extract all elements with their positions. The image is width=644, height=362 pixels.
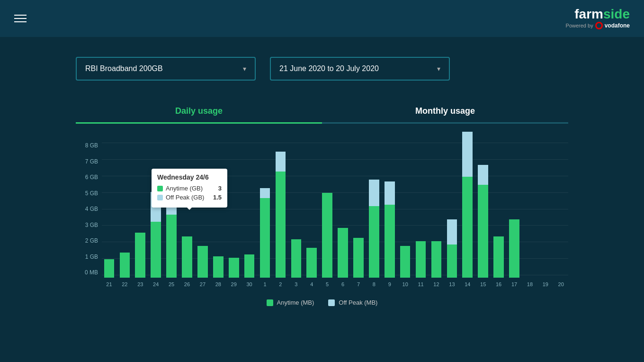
bar-anytime xyxy=(353,238,364,278)
bar-group[interactable]: 24 xyxy=(149,145,163,278)
bar-x-label: 6 xyxy=(336,281,350,287)
bar-group[interactable]: 23 xyxy=(133,145,148,278)
tooltip-offpeak-row: Off Peak (GB) 1.5 xyxy=(157,194,222,201)
bar-anytime xyxy=(244,254,255,278)
bar-group[interactable]: 1 xyxy=(258,145,272,278)
bars-row: 2122232425262728293012345678910111213141… xyxy=(102,145,568,278)
bar-group[interactable]: 21 xyxy=(102,145,116,278)
bar-offpeak xyxy=(276,152,286,172)
bar-group[interactable]: 19 xyxy=(538,145,553,278)
y-axis-label: 7 GB xyxy=(85,159,98,164)
chart-plot: 2122232425262728293012345678910111213141… xyxy=(102,143,568,290)
bar-group[interactable]: 10 xyxy=(398,145,412,278)
bar-group[interactable]: 29 xyxy=(226,145,241,278)
bar-group[interactable]: 5 xyxy=(320,145,335,278)
bar-x-label: 20 xyxy=(554,281,568,287)
tab-monthly[interactable]: Monthly usage xyxy=(322,100,568,123)
bar-x-label: 22 xyxy=(117,281,132,287)
bar-x-label: 16 xyxy=(492,281,506,287)
bar-x-label: 9 xyxy=(382,281,397,287)
legend-anytime-dot xyxy=(267,299,273,306)
logo: farmside Powered by vodafone xyxy=(566,8,630,29)
bar-group[interactable]: 20 xyxy=(554,145,568,278)
bar-anytime xyxy=(151,222,161,278)
tooltip-title: Wednesday 24/6 xyxy=(157,173,222,181)
bar-anytime xyxy=(493,236,504,278)
y-axis-label: 2 GB xyxy=(85,238,98,244)
bar-group[interactable]: 6 xyxy=(336,145,350,278)
legend-offpeak-label: Off Peak (MB) xyxy=(339,299,377,306)
bar-group[interactable]: 16 xyxy=(492,145,506,278)
y-axis: 0 MB1 GB2 GB3 GB4 GB5 GB6 GB7 GB8 GB xyxy=(76,143,102,275)
bar-anytime xyxy=(229,258,239,278)
bar-group[interactable]: 18 xyxy=(522,145,537,278)
bar-offpeak xyxy=(260,188,270,198)
tooltip-offpeak-label: Off Peak (GB) xyxy=(166,194,204,201)
bar-group[interactable]: 22 xyxy=(117,145,132,278)
bar-group[interactable]: 30 xyxy=(242,145,257,278)
bar-offpeak xyxy=(478,165,488,185)
bar-group[interactable]: 14 xyxy=(460,145,475,278)
bar-group[interactable]: 13 xyxy=(445,145,459,278)
bar-x-label: 5 xyxy=(320,281,335,287)
bar-group[interactable]: 8 xyxy=(367,145,381,278)
y-axis-label: 6 GB xyxy=(85,174,98,180)
bar-anytime xyxy=(509,219,519,278)
bar-x-label: 26 xyxy=(180,281,195,287)
bar-anytime xyxy=(276,172,286,278)
bar-group[interactable]: 27 xyxy=(195,145,210,278)
bar-anytime xyxy=(104,259,115,278)
period-chevron-icon: ▾ xyxy=(437,65,440,72)
bar-anytime xyxy=(431,241,442,278)
bar-anytime xyxy=(322,193,332,278)
tabs: Daily usage Monthly usage xyxy=(76,100,568,124)
vodafone-icon xyxy=(595,22,603,29)
bar-group[interactable]: 25 xyxy=(164,145,179,278)
bar-anytime xyxy=(447,244,457,278)
bar-x-label: 3 xyxy=(289,281,304,287)
bar-x-label: 14 xyxy=(460,281,475,287)
y-axis-label: 3 GB xyxy=(85,222,98,228)
bar-anytime xyxy=(135,233,145,278)
bar-x-label: 17 xyxy=(507,281,522,287)
bar-group[interactable]: 2 xyxy=(273,145,288,278)
bar-anytime xyxy=(197,246,208,278)
legend-offpeak: Off Peak (MB) xyxy=(328,299,377,306)
tab-daily[interactable]: Daily usage xyxy=(76,100,322,123)
bar-x-label: 23 xyxy=(133,281,148,287)
period-dropdown[interactable]: 21 June 2020 to 20 July 2020 ▾ xyxy=(270,57,450,81)
plan-dropdown[interactable]: RBI Broadband 200GB ▾ xyxy=(76,57,256,81)
bar-group[interactable]: 28 xyxy=(211,145,225,278)
bar-offpeak xyxy=(447,219,457,244)
header: farmside Powered by vodafone xyxy=(0,0,644,38)
bar-group[interactable]: 7 xyxy=(351,145,366,278)
bar-x-label: 4 xyxy=(304,281,319,287)
y-axis-label: 5 GB xyxy=(85,190,98,196)
logo-side: side xyxy=(603,7,630,21)
bar-group[interactable]: 17 xyxy=(507,145,522,278)
menu-button[interactable] xyxy=(14,15,27,22)
bar-anytime xyxy=(182,236,192,278)
bar-anytime xyxy=(478,185,488,278)
bar-anytime xyxy=(416,241,426,278)
tooltip-offpeak-value: 1.5 xyxy=(213,194,222,201)
bar-x-label: 21 xyxy=(102,281,116,287)
bar-group[interactable]: 3 xyxy=(289,145,304,278)
plan-value: RBI Broadband 200GB xyxy=(85,64,163,73)
bar-group[interactable]: 9 xyxy=(382,145,397,278)
bar-x-label: 18 xyxy=(522,281,537,287)
bar-group[interactable]: 4 xyxy=(304,145,319,278)
bar-group[interactable]: 15 xyxy=(476,145,491,278)
bar-group[interactable]: 11 xyxy=(413,145,428,278)
tooltip: Wednesday 24/6 Anytime (GB) 3 Off Peak (… xyxy=(152,169,227,208)
bar-anytime xyxy=(462,177,473,278)
y-axis-label: 0 MB xyxy=(85,270,98,275)
legend-offpeak-dot xyxy=(328,299,335,306)
bar-offpeak xyxy=(385,181,395,205)
bar-x-label: 10 xyxy=(398,281,412,287)
bar-group[interactable]: 12 xyxy=(429,145,444,278)
bar-anytime xyxy=(213,256,224,278)
logo-farm: farm xyxy=(574,7,603,21)
bar-x-label: 25 xyxy=(164,281,179,287)
tooltip-anytime-dot xyxy=(157,186,163,191)
